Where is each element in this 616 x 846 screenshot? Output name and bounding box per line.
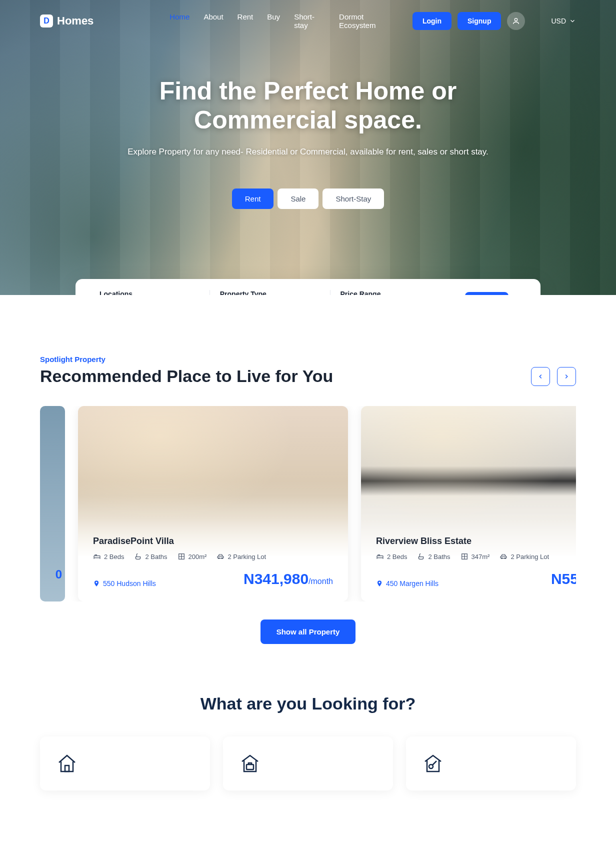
property-type-label: Property Type bbox=[220, 290, 320, 295]
property-meta: 2 Beds 2 Baths 347m² 2 Parking Lot bbox=[376, 552, 576, 560]
meta-baths: 2 Baths bbox=[134, 552, 167, 560]
svg-point-0 bbox=[515, 18, 518, 21]
property-price: N341,980/month bbox=[244, 570, 333, 588]
logo-icon: D bbox=[40, 14, 53, 28]
property-image bbox=[78, 406, 348, 556]
bed-icon bbox=[93, 552, 101, 560]
looking-card-home[interactable] bbox=[40, 736, 210, 790]
signup-button[interactable]: Signup bbox=[458, 12, 501, 30]
hero: D Homes Home About Rent Buy Short-stay D… bbox=[0, 0, 616, 295]
car-icon bbox=[500, 552, 508, 560]
hero-title-line2: Commercial space. bbox=[0, 106, 616, 135]
show-all-wrap: Show all Property bbox=[40, 620, 576, 644]
house-icon bbox=[55, 752, 79, 776]
pin-icon bbox=[93, 580, 100, 587]
area-icon bbox=[460, 552, 468, 560]
meta-area: 200m² bbox=[178, 552, 207, 560]
tab-rent[interactable]: Rent bbox=[232, 188, 274, 209]
key-house-icon bbox=[421, 752, 445, 776]
brand-name: Homes bbox=[57, 14, 94, 28]
property-cards-row: 0 ParadisePoint Villa 2 Beds 2 Baths 200… bbox=[40, 406, 576, 602]
search-bar: Locations Select your city Property Type… bbox=[76, 279, 540, 295]
area-icon bbox=[178, 552, 186, 560]
carousel-next-button[interactable] bbox=[557, 367, 576, 386]
property-title: Riverview Bliss Estate bbox=[376, 536, 576, 546]
spotlight-title: Recommended Place to Live for You bbox=[40, 366, 333, 386]
looking-card-rent[interactable] bbox=[406, 736, 576, 790]
nav-ecosystem[interactable]: Dormot Ecosystem bbox=[339, 12, 396, 30]
svg-rect-12 bbox=[377, 556, 383, 558]
property-footer: 450 Margen Hills N550,000 bbox=[376, 570, 576, 588]
hero-title: Find the Perfect Home or Commercial spac… bbox=[0, 77, 616, 134]
locations-label: Locations bbox=[100, 290, 200, 295]
locations-field[interactable]: Locations Select your city bbox=[90, 290, 210, 295]
property-image bbox=[361, 406, 576, 556]
property-type-field[interactable]: Property Type Select property type bbox=[210, 290, 330, 295]
briefcase-house-icon bbox=[238, 752, 262, 776]
meta-beds: 2 Beds bbox=[376, 552, 407, 560]
pin-icon bbox=[376, 580, 383, 587]
hero-subtitle: Explore Property for any need- Residenti… bbox=[0, 146, 616, 158]
looking-section: What are you Looking for? bbox=[0, 664, 616, 820]
meta-area: 347m² bbox=[460, 552, 490, 560]
search-button[interactable]: Search bbox=[465, 292, 508, 296]
currency-selector[interactable]: USD bbox=[551, 17, 576, 25]
tab-shortstay[interactable]: Short-Stay bbox=[322, 188, 384, 209]
chevron-down-icon bbox=[569, 18, 576, 24]
price-range-label: Price Range bbox=[340, 290, 440, 295]
meta-parking: 2 Parking Lot bbox=[216, 552, 266, 560]
search-actions: Search bbox=[450, 292, 526, 296]
meta-beds: 2 Beds bbox=[93, 552, 124, 560]
carousel-prev-button[interactable] bbox=[531, 367, 550, 386]
partial-left-price: 0 bbox=[56, 568, 62, 582]
svg-point-19 bbox=[429, 764, 433, 768]
spotlight-header: Spotlight Property Recommended Place to … bbox=[40, 355, 576, 386]
nav-shortstay[interactable]: Short-stay bbox=[294, 12, 325, 30]
looking-cards bbox=[40, 736, 576, 790]
currency-label: USD bbox=[551, 17, 566, 25]
hero-content: Find the Perfect Home or Commercial spac… bbox=[0, 42, 616, 209]
show-all-button[interactable]: Show all Property bbox=[260, 620, 356, 644]
nav-rent[interactable]: Rent bbox=[238, 12, 254, 30]
profile-button[interactable] bbox=[507, 12, 525, 30]
top-nav: D Homes Home About Rent Buy Short-stay D… bbox=[0, 0, 616, 42]
nav-buy[interactable]: Buy bbox=[267, 12, 280, 30]
price-range-field[interactable]: Price Range Select rent range bbox=[330, 290, 450, 295]
property-footer: 550 Hudson Hills N341,980/month bbox=[93, 570, 333, 588]
bath-icon bbox=[417, 552, 425, 560]
spotlight-label: Spotlight Property bbox=[40, 355, 333, 364]
carousel-nav bbox=[531, 367, 576, 386]
property-meta: 2 Beds 2 Baths 200m² 2 Parking Lot bbox=[93, 552, 333, 560]
nav-links: Home About Rent Buy Short-stay Dormot Ec… bbox=[170, 12, 396, 30]
svg-rect-18 bbox=[246, 764, 254, 770]
search-tabs: Rent Sale Short-Stay bbox=[0, 188, 616, 209]
nav-home[interactable]: Home bbox=[170, 12, 190, 30]
login-button[interactable]: Login bbox=[412, 12, 452, 30]
svg-rect-7 bbox=[94, 556, 100, 558]
property-card-partial-left[interactable]: 0 bbox=[40, 406, 65, 602]
meta-baths: 2 Baths bbox=[417, 552, 450, 560]
looking-title: What are you Looking for? bbox=[40, 694, 576, 714]
tab-sale[interactable]: Sale bbox=[278, 188, 318, 209]
property-card[interactable]: ParadisePoint Villa 2 Beds 2 Baths 200m²… bbox=[78, 406, 348, 602]
property-card-body: Riverview Bliss Estate 2 Beds 2 Baths 34… bbox=[361, 536, 576, 602]
chevron-left-icon bbox=[537, 373, 544, 380]
bed-icon bbox=[376, 552, 384, 560]
looking-card-commercial[interactable] bbox=[223, 736, 393, 790]
svg-rect-17 bbox=[65, 766, 69, 772]
car-icon bbox=[216, 552, 224, 560]
property-location: 550 Hudson Hills bbox=[93, 580, 156, 588]
nav-about[interactable]: About bbox=[204, 12, 223, 30]
property-location: 450 Margen Hills bbox=[376, 580, 438, 588]
meta-parking: 2 Parking Lot bbox=[500, 552, 549, 560]
hero-title-line1: Find the Perfect Home or bbox=[0, 77, 616, 106]
user-icon bbox=[512, 17, 520, 25]
property-price: N550,000 bbox=[551, 570, 576, 588]
spotlight-section: Spotlight Property Recommended Place to … bbox=[0, 295, 616, 664]
property-title: ParadisePoint Villa bbox=[93, 536, 333, 546]
bath-icon bbox=[134, 552, 142, 560]
chevron-right-icon bbox=[563, 373, 570, 380]
nav-right: Login Signup USD bbox=[412, 12, 576, 30]
logo[interactable]: D Homes bbox=[40, 14, 94, 28]
property-card[interactable]: Riverview Bliss Estate 2 Beds 2 Baths 34… bbox=[361, 406, 576, 602]
